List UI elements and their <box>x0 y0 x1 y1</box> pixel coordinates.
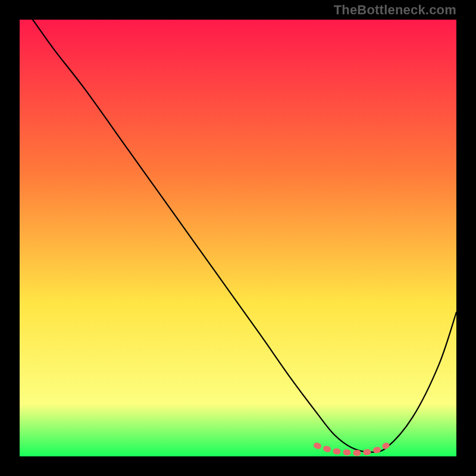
chart-svg <box>20 20 456 456</box>
gradient-background <box>20 20 456 456</box>
chart-container: TheBottleneck.com <box>0 0 476 476</box>
plot-area <box>20 20 456 456</box>
watermark-text: TheBottleneck.com <box>334 2 456 18</box>
